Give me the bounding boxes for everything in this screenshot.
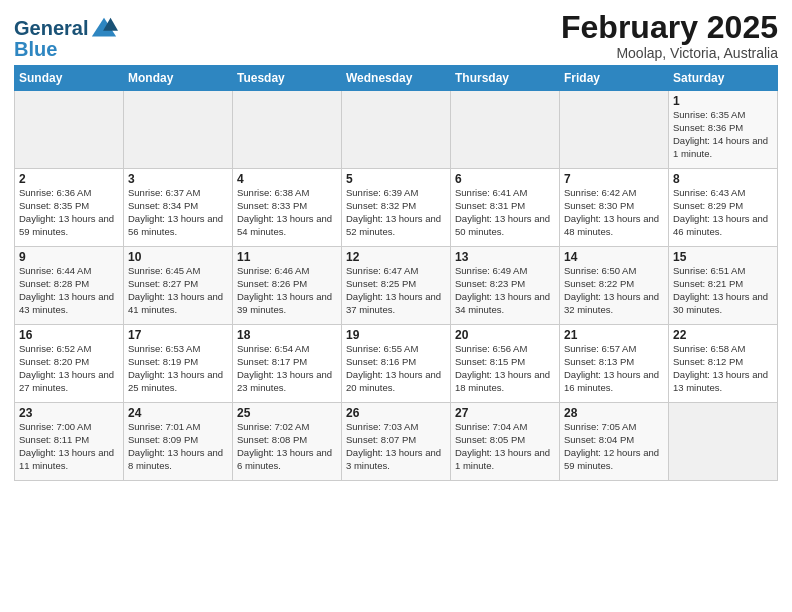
calendar-week-row: 2Sunrise: 6:36 AM Sunset: 8:35 PM Daylig… [15, 169, 778, 247]
day-info: Sunrise: 6:55 AM Sunset: 8:16 PM Dayligh… [346, 343, 446, 394]
calendar-cell: 18Sunrise: 6:54 AM Sunset: 8:17 PM Dayli… [233, 325, 342, 403]
day-info: Sunrise: 6:51 AM Sunset: 8:21 PM Dayligh… [673, 265, 773, 316]
day-number: 20 [455, 328, 555, 342]
calendar-cell: 13Sunrise: 6:49 AM Sunset: 8:23 PM Dayli… [451, 247, 560, 325]
logo: General Blue [14, 14, 118, 61]
weekday-header: Thursday [451, 66, 560, 91]
day-info: Sunrise: 7:02 AM Sunset: 8:08 PM Dayligh… [237, 421, 337, 472]
day-number: 9 [19, 250, 119, 264]
weekday-row: SundayMondayTuesdayWednesdayThursdayFrid… [15, 66, 778, 91]
day-number: 19 [346, 328, 446, 342]
day-number: 2 [19, 172, 119, 186]
location: Moolap, Victoria, Australia [561, 45, 778, 61]
calendar-cell: 3Sunrise: 6:37 AM Sunset: 8:34 PM Daylig… [124, 169, 233, 247]
calendar-header: SundayMondayTuesdayWednesdayThursdayFrid… [15, 66, 778, 91]
weekday-header: Saturday [669, 66, 778, 91]
title-block: February 2025 Moolap, Victoria, Australi… [561, 10, 778, 61]
calendar-cell: 26Sunrise: 7:03 AM Sunset: 8:07 PM Dayli… [342, 403, 451, 481]
day-info: Sunrise: 7:05 AM Sunset: 8:04 PM Dayligh… [564, 421, 664, 472]
calendar-cell: 6Sunrise: 6:41 AM Sunset: 8:31 PM Daylig… [451, 169, 560, 247]
day-info: Sunrise: 6:52 AM Sunset: 8:20 PM Dayligh… [19, 343, 119, 394]
calendar-cell: 1Sunrise: 6:35 AM Sunset: 8:36 PM Daylig… [669, 91, 778, 169]
day-number: 17 [128, 328, 228, 342]
day-number: 27 [455, 406, 555, 420]
calendar-week-row: 23Sunrise: 7:00 AM Sunset: 8:11 PM Dayli… [15, 403, 778, 481]
day-number: 26 [346, 406, 446, 420]
calendar-cell: 20Sunrise: 6:56 AM Sunset: 8:15 PM Dayli… [451, 325, 560, 403]
calendar-cell: 12Sunrise: 6:47 AM Sunset: 8:25 PM Dayli… [342, 247, 451, 325]
day-info: Sunrise: 6:44 AM Sunset: 8:28 PM Dayligh… [19, 265, 119, 316]
day-number: 10 [128, 250, 228, 264]
day-number: 14 [564, 250, 664, 264]
day-number: 6 [455, 172, 555, 186]
day-info: Sunrise: 6:58 AM Sunset: 8:12 PM Dayligh… [673, 343, 773, 394]
day-info: Sunrise: 6:45 AM Sunset: 8:27 PM Dayligh… [128, 265, 228, 316]
calendar-cell [124, 91, 233, 169]
calendar-cell: 9Sunrise: 6:44 AM Sunset: 8:28 PM Daylig… [15, 247, 124, 325]
day-number: 4 [237, 172, 337, 186]
day-number: 23 [19, 406, 119, 420]
day-number: 7 [564, 172, 664, 186]
day-info: Sunrise: 7:00 AM Sunset: 8:11 PM Dayligh… [19, 421, 119, 472]
day-info: Sunrise: 6:49 AM Sunset: 8:23 PM Dayligh… [455, 265, 555, 316]
day-info: Sunrise: 7:04 AM Sunset: 8:05 PM Dayligh… [455, 421, 555, 472]
calendar-cell: 27Sunrise: 7:04 AM Sunset: 8:05 PM Dayli… [451, 403, 560, 481]
day-number: 11 [237, 250, 337, 264]
day-info: Sunrise: 6:43 AM Sunset: 8:29 PM Dayligh… [673, 187, 773, 238]
day-info: Sunrise: 6:56 AM Sunset: 8:15 PM Dayligh… [455, 343, 555, 394]
calendar-cell: 19Sunrise: 6:55 AM Sunset: 8:16 PM Dayli… [342, 325, 451, 403]
calendar-cell: 8Sunrise: 6:43 AM Sunset: 8:29 PM Daylig… [669, 169, 778, 247]
header: General Blue February 2025 Moolap, Victo… [14, 10, 778, 61]
day-info: Sunrise: 6:53 AM Sunset: 8:19 PM Dayligh… [128, 343, 228, 394]
logo-text: General [14, 17, 88, 39]
day-info: Sunrise: 6:47 AM Sunset: 8:25 PM Dayligh… [346, 265, 446, 316]
day-number: 24 [128, 406, 228, 420]
weekday-header: Monday [124, 66, 233, 91]
day-info: Sunrise: 7:01 AM Sunset: 8:09 PM Dayligh… [128, 421, 228, 472]
weekday-header: Friday [560, 66, 669, 91]
weekday-header: Tuesday [233, 66, 342, 91]
calendar-cell: 4Sunrise: 6:38 AM Sunset: 8:33 PM Daylig… [233, 169, 342, 247]
calendar-week-row: 16Sunrise: 6:52 AM Sunset: 8:20 PM Dayli… [15, 325, 778, 403]
calendar-cell [342, 91, 451, 169]
logo-icon [90, 14, 118, 42]
calendar-cell [560, 91, 669, 169]
calendar-cell: 22Sunrise: 6:58 AM Sunset: 8:12 PM Dayli… [669, 325, 778, 403]
day-number: 1 [673, 94, 773, 108]
calendar-cell: 16Sunrise: 6:52 AM Sunset: 8:20 PM Dayli… [15, 325, 124, 403]
calendar: SundayMondayTuesdayWednesdayThursdayFrid… [14, 65, 778, 481]
calendar-cell: 10Sunrise: 6:45 AM Sunset: 8:27 PM Dayli… [124, 247, 233, 325]
weekday-header: Sunday [15, 66, 124, 91]
calendar-cell: 28Sunrise: 7:05 AM Sunset: 8:04 PM Dayli… [560, 403, 669, 481]
calendar-cell [669, 403, 778, 481]
calendar-cell: 23Sunrise: 7:00 AM Sunset: 8:11 PM Dayli… [15, 403, 124, 481]
day-info: Sunrise: 6:54 AM Sunset: 8:17 PM Dayligh… [237, 343, 337, 394]
calendar-cell: 25Sunrise: 7:02 AM Sunset: 8:08 PM Dayli… [233, 403, 342, 481]
day-info: Sunrise: 6:35 AM Sunset: 8:36 PM Dayligh… [673, 109, 773, 160]
calendar-cell: 15Sunrise: 6:51 AM Sunset: 8:21 PM Dayli… [669, 247, 778, 325]
calendar-week-row: 9Sunrise: 6:44 AM Sunset: 8:28 PM Daylig… [15, 247, 778, 325]
day-number: 16 [19, 328, 119, 342]
month-title: February 2025 [561, 10, 778, 45]
calendar-cell: 11Sunrise: 6:46 AM Sunset: 8:26 PM Dayli… [233, 247, 342, 325]
day-number: 28 [564, 406, 664, 420]
day-number: 5 [346, 172, 446, 186]
calendar-cell [451, 91, 560, 169]
calendar-cell: 24Sunrise: 7:01 AM Sunset: 8:09 PM Dayli… [124, 403, 233, 481]
day-info: Sunrise: 6:39 AM Sunset: 8:32 PM Dayligh… [346, 187, 446, 238]
day-number: 12 [346, 250, 446, 264]
calendar-body: 1Sunrise: 6:35 AM Sunset: 8:36 PM Daylig… [15, 91, 778, 481]
day-number: 21 [564, 328, 664, 342]
day-number: 18 [237, 328, 337, 342]
calendar-cell: 14Sunrise: 6:50 AM Sunset: 8:22 PM Dayli… [560, 247, 669, 325]
day-info: Sunrise: 6:57 AM Sunset: 8:13 PM Dayligh… [564, 343, 664, 394]
day-info: Sunrise: 6:38 AM Sunset: 8:33 PM Dayligh… [237, 187, 337, 238]
day-info: Sunrise: 7:03 AM Sunset: 8:07 PM Dayligh… [346, 421, 446, 472]
day-number: 25 [237, 406, 337, 420]
calendar-cell: 7Sunrise: 6:42 AM Sunset: 8:30 PM Daylig… [560, 169, 669, 247]
calendar-cell: 2Sunrise: 6:36 AM Sunset: 8:35 PM Daylig… [15, 169, 124, 247]
day-info: Sunrise: 6:46 AM Sunset: 8:26 PM Dayligh… [237, 265, 337, 316]
day-info: Sunrise: 6:41 AM Sunset: 8:31 PM Dayligh… [455, 187, 555, 238]
calendar-week-row: 1Sunrise: 6:35 AM Sunset: 8:36 PM Daylig… [15, 91, 778, 169]
day-number: 13 [455, 250, 555, 264]
